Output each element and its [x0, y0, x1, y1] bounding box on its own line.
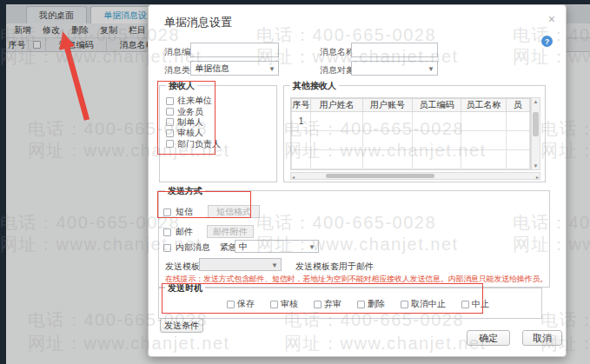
- horizontal-scrollbar[interactable]: ◂▸: [290, 172, 540, 180]
- table-cell: [412, 131, 461, 150]
- table-column-header-5[interactable]: 员: [506, 99, 529, 112]
- table-column-header-3[interactable]: 员工编码: [412, 99, 461, 112]
- table-cell: [363, 150, 413, 169]
- other-receivers-group: 其他接收人 序号用户姓名用户账号员工编码员工名称员1 ▲▼ ◂▸: [283, 85, 546, 182]
- table-column-header-0[interactable]: 序号: [292, 99, 311, 112]
- chevron-down-icon: ▼: [271, 261, 278, 269]
- send-condition-button[interactable]: 发送条件: [160, 318, 203, 333]
- internal-message-label: 内部消息: [176, 242, 210, 254]
- table-column-header-1[interactable]: 用户姓名: [311, 99, 363, 112]
- vertical-scrollbar[interactable]: ▲▼: [531, 97, 540, 170]
- other-receivers-legend: 其他接收人: [290, 80, 339, 92]
- table-cell: [461, 112, 506, 131]
- msg-code-input[interactable]: [190, 43, 279, 57]
- table-column-header-4[interactable]: 员工名称: [461, 99, 506, 112]
- table-cell: [363, 112, 413, 131]
- msg-type-select[interactable]: 单据信息 ▼: [190, 61, 279, 76]
- chevron-down-icon: ▼: [428, 65, 434, 73]
- close-icon[interactable]: ×: [548, 12, 555, 26]
- msg-target-select[interactable]: ▼: [351, 61, 438, 76]
- dialog-title: 单据消息设置: [164, 15, 232, 30]
- annotation-box-sms: [157, 191, 251, 218]
- table-cell: [311, 131, 363, 150]
- other-receivers-table: 序号用户姓名用户账号员工编码员工名称员1: [291, 98, 530, 169]
- table-cell: [292, 131, 311, 150]
- template-select[interactable]: ▼: [199, 258, 282, 271]
- cancel-button[interactable]: 取消: [522, 330, 562, 346]
- other-receivers-table-wrap: 序号用户姓名用户账号员工编码员工名称员1: [290, 97, 531, 170]
- table-cell: [461, 150, 506, 169]
- chevron-down-icon: ▼: [268, 65, 275, 73]
- table-cell: [506, 131, 529, 150]
- msg-name-input[interactable]: [351, 43, 438, 57]
- template-label: 发送模板: [165, 261, 200, 273]
- email-label: 邮件: [176, 226, 193, 238]
- msg-type-value: 单据信息: [195, 63, 229, 75]
- table-cell: [311, 150, 363, 169]
- table-column-header-2[interactable]: 用户账号: [363, 99, 413, 112]
- table-header-row: 序号用户姓名用户账号员工编码员工名称员: [292, 99, 530, 112]
- table-cell: [506, 150, 529, 169]
- ok-button[interactable]: 确定: [467, 330, 510, 346]
- annotation-box-receivers: [157, 81, 215, 155]
- msg-name-label: 消息名称: [320, 46, 355, 58]
- table-row-2[interactable]: [292, 150, 530, 169]
- internal-message-checkbox[interactable]: [163, 244, 171, 252]
- annotation-arrow: [48, 26, 100, 126]
- table-cell: [363, 131, 413, 150]
- urgency-select[interactable]: 中 ▼: [235, 240, 319, 253]
- email-row: 邮件: [163, 226, 193, 238]
- help-icon[interactable]: ?: [541, 36, 553, 47]
- screenshot-root: 我的桌面单据消息设置× 新增修改删除复制栏目查找 序号 消息编码 消息名称 单据…: [0, 0, 590, 364]
- scrollbar-thumb[interactable]: [533, 112, 539, 136]
- table-cell: 1: [292, 112, 311, 131]
- annotation-box-timing: [162, 283, 483, 314]
- urgency-value: 中: [239, 241, 248, 253]
- table-cell: [461, 131, 506, 150]
- scrollbar-thumb[interactable]: [326, 174, 434, 178]
- template-apply-label: 发送模板套用于邮件: [295, 261, 374, 273]
- table-cell: [412, 112, 461, 131]
- table-cell: [311, 112, 363, 131]
- table-cell: [506, 112, 529, 131]
- email-checkbox[interactable]: [163, 228, 171, 236]
- msg-target-label: 消息对象: [320, 64, 355, 76]
- table-row-1[interactable]: [292, 131, 530, 150]
- chevron-down-icon: ▼: [308, 243, 315, 251]
- email-attachment-button[interactable]: 邮件附件: [207, 225, 254, 238]
- table-cell: [292, 150, 311, 169]
- dialog-document-message-settings: 单据消息设置 × ? 消息编码 消息名称 消息类型 单据信息 ▼ 消息对象 ▼ …: [148, 4, 567, 357]
- table-row-0[interactable]: 1: [292, 112, 530, 131]
- table-cell: [412, 150, 461, 169]
